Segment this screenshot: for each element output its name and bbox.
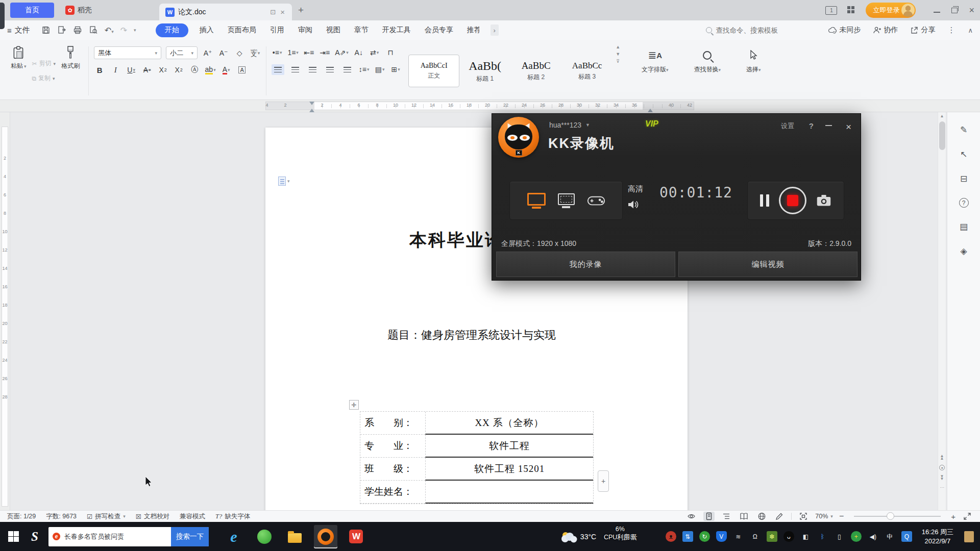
outline-view-icon[interactable] <box>721 512 732 521</box>
styles-up-icon[interactable]: ▲ <box>616 44 620 49</box>
bell-tray-icon[interactable]: Ω <box>750 531 761 542</box>
fullscreen-mode-icon[interactable] <box>527 193 546 206</box>
stop-record-button[interactable] <box>779 187 806 214</box>
speaker-icon[interactable] <box>628 199 640 210</box>
zoom-slider[interactable] <box>854 516 941 517</box>
hot-news-text[interactable]: 长春多名官员被问责 <box>64 532 171 541</box>
highlight-color-icon[interactable]: ab▾ <box>205 64 216 76</box>
table-row-value[interactable] <box>425 481 593 504</box>
restore-button[interactable] <box>951 8 958 13</box>
table-move-handle[interactable]: ✛ <box>349 400 359 410</box>
taskbar-app-ie[interactable]: e <box>222 525 246 548</box>
tab-ruler-icon[interactable]: ⊓ <box>385 46 396 59</box>
align-left-icon[interactable] <box>272 64 284 75</box>
bold-icon[interactable]: B <box>94 64 105 76</box>
kk-close-button[interactable]: × <box>846 121 851 133</box>
zoom-out-icon[interactable]: − <box>839 512 844 521</box>
edit-video-button[interactable]: 编辑视频 <box>678 252 857 277</box>
styles-expand-icon[interactable]: ⊽ <box>616 59 620 64</box>
increase-indent-icon[interactable]: ⇥≡ <box>319 46 330 59</box>
zoom-slider-knob[interactable] <box>887 512 894 520</box>
align-justify-icon[interactable] <box>324 64 336 75</box>
ribbon-tab[interactable]: 视图 <box>326 26 340 35</box>
styles-down-icon[interactable]: ▼ <box>616 52 620 57</box>
redo-caret-icon[interactable]: ▾ <box>134 28 136 33</box>
ribbon-tab[interactable]: 开发工具 <box>382 26 411 35</box>
char-scale-icon[interactable]: A⇗▾ <box>335 46 349 59</box>
more-options-icon[interactable]: ⋮ <box>947 26 955 35</box>
save-icon[interactable] <box>41 26 51 35</box>
shading-icon[interactable]: ▤▾ <box>374 63 385 76</box>
horizontal-ruler[interactable]: 42246810121416182022242628303234364042 <box>0 100 980 112</box>
ink-pen-icon[interactable] <box>774 512 785 521</box>
taskbar-search-box[interactable]: e 长春多名官员被问责 搜索一下 <box>48 527 209 546</box>
strikethrough-icon[interactable]: A▾ <box>141 64 153 76</box>
proofread-button[interactable]: ☒文档校对 <box>136 512 169 521</box>
paste-button[interactable]: 粘贴▾ <box>7 44 30 97</box>
find-replace-button[interactable]: 查找替换▾ <box>689 44 726 97</box>
taskbar-clock[interactable]: 16:26 周三 2022/9/7 <box>922 528 953 545</box>
redo-icon[interactable]: ↷ <box>120 26 127 35</box>
format-painter-button[interactable]: 格式刷 <box>58 44 83 97</box>
fullscreen-icon[interactable] <box>962 512 973 521</box>
decrease-font-icon[interactable]: A⁻ <box>218 47 229 59</box>
read-mode-icon[interactable] <box>738 512 750 521</box>
taskbar-app-wps[interactable]: W <box>345 525 368 548</box>
right-indent-marker[interactable] <box>648 106 653 112</box>
numbered-list-icon[interactable]: 1≡▾ <box>287 46 299 59</box>
标题 3[interactable]: AaBbCc 标题 3 <box>561 55 612 87</box>
table-row[interactable]: 班 级： 软件工程 15201 <box>360 458 593 481</box>
table-row[interactable]: 专 业： 软件工程 <box>360 435 593 458</box>
subscript-icon[interactable]: X2 <box>173 64 184 76</box>
word-count[interactable]: 字数: 9673 <box>46 512 77 521</box>
region-mode-icon[interactable] <box>558 193 575 205</box>
hd-quality-label[interactable]: 高清 <box>628 184 643 194</box>
align-distribute-icon[interactable] <box>341 64 354 75</box>
superscript-icon[interactable]: X2 <box>157 64 168 76</box>
clear-format-icon[interactable]: ◇ <box>234 47 245 59</box>
update-tray-icon[interactable]: ↻ <box>699 531 710 542</box>
sync-status[interactable]: 未同步 <box>828 26 861 35</box>
decrease-indent-icon[interactable]: ⇤≡ <box>303 46 314 59</box>
font-name-select[interactable]: 黑体▾ <box>94 46 161 59</box>
q-browser-tray-icon[interactable]: Q <box>901 531 912 542</box>
pinyin-guide-icon[interactable]: wén文▾ <box>250 47 261 59</box>
volume-tray-icon[interactable]: ◀) <box>868 531 878 542</box>
zoom-in-icon[interactable]: + <box>951 512 955 521</box>
screen-edge-tab[interactable] <box>0 3 5 29</box>
ribbon-tab[interactable]: 引用 <box>270 26 284 35</box>
screenshot-camera-icon[interactable] <box>816 194 831 207</box>
table-row[interactable]: 学生姓名： <box>360 481 593 504</box>
ribbon-tab[interactable]: 章节 <box>354 26 369 35</box>
scrollbar-more-icon[interactable]: ⋯ <box>940 485 944 490</box>
ribbon-tab[interactable]: 审阅 <box>298 26 312 35</box>
export-icon[interactable] <box>57 26 66 35</box>
cut-button[interactable]: ✂剪切▾ <box>32 59 56 68</box>
previous-page-icon[interactable]: ▲▲ <box>940 455 944 460</box>
notification-center-icon[interactable] <box>964 531 974 542</box>
italic-icon[interactable]: I <box>110 64 121 76</box>
tab-document[interactable]: W 论文.doc ⊡ × <box>159 4 292 20</box>
close-tab-icon[interactable]: × <box>279 8 286 16</box>
tab-home[interactable]: 首页 <box>10 3 54 18</box>
kk-minimize-button[interactable] <box>825 121 832 126</box>
bluetooth-tray-icon[interactable]: ᛒ <box>817 531 828 542</box>
web-view-icon[interactable] <box>756 512 768 521</box>
text-layout-button[interactable]: ≣A 文字排版▾ <box>636 44 674 97</box>
game-mode-icon[interactable] <box>587 194 605 207</box>
v-shield-tray-icon[interactable]: V <box>716 531 727 542</box>
command-search[interactable] <box>706 27 792 34</box>
tabs-overflow-icon[interactable]: › <box>491 24 499 36</box>
taskbar-app-360browser[interactable] <box>253 525 276 548</box>
wrap-icon[interactable]: ⇄▾ <box>369 46 380 59</box>
ime-chinese-tray-icon[interactable]: 中 <box>885 531 895 542</box>
line-spacing-icon[interactable]: ↕≡▾ <box>358 63 370 76</box>
tab-docer[interactable]: ✿ 稻壳 <box>54 0 103 20</box>
kk-vip-badge[interactable]: VIP <box>645 119 658 129</box>
print-preview-icon[interactable] <box>89 26 98 35</box>
ribbon-tab[interactable]: 会员专享 <box>425 26 453 35</box>
table-row-value[interactable]: 软件工程 15201 <box>425 458 593 481</box>
fit-page-icon[interactable] <box>798 512 809 521</box>
security-shield-tray-icon[interactable]: + <box>851 531 862 542</box>
kk-tray-icon[interactable]: ᴥ <box>666 531 676 542</box>
